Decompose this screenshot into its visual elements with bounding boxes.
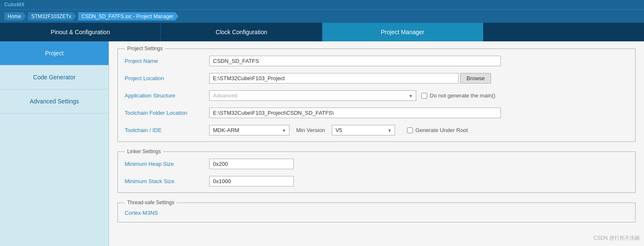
tab-bar: Pinout & Configuration Clock Configurati…: [0, 23, 644, 41]
thread-safe-settings-section: Thread-safe Settings Cortex-M3NS: [117, 200, 636, 222]
tab-project-manager[interactable]: Project Manager: [322, 23, 483, 41]
project-name-label: Project Name: [125, 58, 209, 64]
toolchain-folder-row: Toolchain Folder Location: [125, 108, 628, 118]
min-stack-row: Minimum Stack Size: [125, 176, 628, 187]
min-stack-input[interactable]: [209, 176, 294, 187]
do-not-generate-checkbox[interactable]: [421, 93, 427, 99]
toolchain-folder-input[interactable]: [209, 108, 501, 118]
browse-button[interactable]: Browse: [460, 73, 491, 84]
project-name-input[interactable]: [209, 56, 501, 66]
project-location-label: Project Location: [125, 75, 209, 81]
breadcrumb-home[interactable]: Home: [4, 12, 26, 21]
sidebar-item-advanced-settings[interactable]: Advanced Settings: [0, 89, 109, 114]
min-heap-row: Minimum Heap Size: [125, 159, 628, 169]
min-stack-label: Minimum Stack Size: [125, 178, 209, 184]
cortex-link[interactable]: Cortex-M3NS: [125, 210, 158, 216]
top-bar: CubeMX: [0, 0, 644, 9]
min-version-select-wrapper: V4 V5 V6: [332, 125, 395, 135]
toolchain-ide-select[interactable]: MDK-ARM EWARM STM32CubeIDE: [209, 125, 289, 135]
logo: CubeMX: [4, 2, 25, 8]
toolchain-folder-label: Toolchain Folder Location: [125, 110, 209, 116]
cortex-row: Cortex-M3NS: [125, 210, 628, 216]
application-structure-select[interactable]: Advanced Basic: [209, 90, 416, 101]
application-structure-row: Application Structure Advanced Basic Do …: [125, 90, 628, 101]
project-location-input[interactable]: [209, 73, 458, 84]
linker-settings-legend: Linker Settings: [125, 149, 163, 154]
project-name-row: Project Name: [125, 56, 628, 66]
min-heap-label: Minimum Heap Size: [125, 161, 209, 167]
content-area: Project Settings Project Name Project Lo…: [109, 41, 644, 246]
do-not-generate-label: Do not generate the main(): [421, 92, 495, 99]
min-version-label: Min Version: [296, 127, 325, 133]
min-heap-input[interactable]: [209, 159, 294, 169]
project-settings-section: Project Settings Project Name Project Lo…: [117, 46, 636, 142]
toolchain-controls: MDK-ARM EWARM STM32CubeIDE Min Version V…: [209, 125, 468, 135]
min-version-select[interactable]: V4 V5 V6: [332, 125, 395, 135]
project-settings-legend: Project Settings: [125, 46, 165, 51]
toolchain-ide-row: Toolchain / IDE MDK-ARM EWARM STM32CubeI…: [125, 125, 628, 135]
tab-pinout[interactable]: Pinout & Configuration: [0, 23, 161, 41]
tab-clock[interactable]: Clock Configuration: [161, 23, 322, 41]
main-layout: Project Code Generator Advanced Settings…: [0, 41, 644, 246]
application-structure-select-wrapper: Advanced Basic: [209, 90, 416, 101]
generate-under-root-label: Generate Under Root: [407, 127, 468, 133]
application-structure-label: Application Structure: [125, 92, 209, 99]
sidebar-item-project[interactable]: Project: [0, 41, 109, 65]
toolchain-ide-label: Toolchain / IDE: [125, 127, 209, 133]
breadcrumb: Home STM32F103ZETx CSDN_SD_FATFS.ioc - P…: [0, 9, 644, 23]
project-location-row: Project Location Browse: [125, 73, 628, 84]
tab-extra[interactable]: [483, 23, 644, 41]
thread-safe-legend: Thread-safe Settings: [125, 200, 177, 205]
toolchain-select-wrapper: MDK-ARM EWARM STM32CubeIDE: [209, 125, 289, 135]
breadcrumb-device[interactable]: STM32F103ZETx: [28, 12, 76, 21]
linker-settings-section: Linker Settings Minimum Heap Size Minimu…: [117, 149, 636, 193]
breadcrumb-project[interactable]: CSDN_SD_FATFS.ioc - Project Manager: [78, 12, 179, 21]
watermark: CSDN @打死不洗碗: [593, 235, 640, 242]
generate-under-root-checkbox[interactable]: [407, 127, 413, 133]
sidebar-item-code-generator[interactable]: Code Generator: [0, 65, 109, 89]
sidebar: Project Code Generator Advanced Settings: [0, 41, 109, 246]
